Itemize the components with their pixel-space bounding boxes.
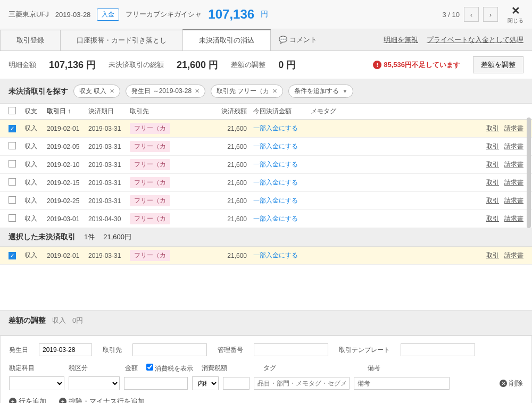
private-link[interactable]: プライベートな入金として処理 (427, 35, 523, 45)
filter-chip-vendor[interactable]: 取引先 フリー（カ✕ (211, 85, 283, 98)
table-row[interactable]: 収入2019-03-012019-04-30フリー（カ21,600一部入金にする… (0, 210, 532, 228)
row-due: 2019-03-31 (88, 197, 130, 205)
delete-icon: ✕ (500, 380, 507, 387)
partial-link[interactable]: 一部入金にする (253, 197, 298, 204)
row-type: 収入 (24, 142, 47, 151)
row-date: 2019-02-01 (47, 125, 88, 132)
note-input[interactable] (354, 377, 450, 390)
chip-close-icon[interactable]: ✕ (195, 88, 200, 95)
invoice-link[interactable]: 請求書 (504, 178, 523, 187)
vendor-chip: フリー（カ (130, 177, 170, 188)
partial-link[interactable]: 一部入金にする (253, 142, 298, 150)
table-row[interactable]: 収入2019-02-052019-03-31フリー（カ21,600一部入金にする… (0, 138, 532, 156)
row-checkbox[interactable] (9, 178, 16, 186)
row-type: 収入 (24, 160, 47, 169)
txn-link[interactable]: 取引 (486, 178, 499, 187)
invoice-link[interactable]: 請求書 (504, 251, 523, 260)
next-button[interactable]: › (483, 7, 498, 22)
vendor-input[interactable] (132, 343, 207, 356)
filter-chip-date[interactable]: 発生日 ～2019-03-28✕ (126, 85, 205, 98)
adjust-form: 発生日 取引先 管理番号 取引テンプレート 勘定科目 税区分 金額 消費税を表示… (0, 335, 532, 403)
txn-link[interactable]: 取引 (486, 214, 499, 223)
col-balance: 決済残額 (204, 107, 247, 116)
close-icon: ✕ (511, 4, 520, 17)
comment-link[interactable]: 💬 コメント (270, 35, 326, 45)
account-select[interactable] (9, 376, 64, 390)
mgmt-input[interactable] (254, 343, 328, 356)
row-due: 2019-04-30 (88, 215, 130, 223)
invoice-link[interactable]: 請求書 (504, 124, 523, 133)
table-header: 収支 取引日 ↑ 決済期日 取引先 決済残額 今回決済金額 メモタグ (0, 104, 532, 120)
yen-label: 円 (261, 10, 268, 19)
adjust-section: 差額の調整 収入 0円 (0, 310, 532, 335)
row-due: 2019-03-31 (88, 252, 130, 259)
table-row[interactable]: 収入2019-02-152019-03-31フリー（カ21,600一部入金にする… (0, 174, 532, 192)
row-checkbox[interactable] (9, 142, 16, 149)
add-row-button[interactable]: +行を追加 (9, 397, 46, 403)
table-row[interactable]: ✓収入2019-02-012019-03-31フリー（カ21,600一部入金にす… (0, 120, 532, 138)
tax-type-select[interactable] (69, 376, 120, 390)
col-type: 収支 (24, 107, 47, 116)
txn-link[interactable]: 取引 (486, 160, 499, 169)
tabs-bar: 取引登録 口座振替・カード引き落とし 未決済取引の消込 💬 コメント 明細を無視… (0, 29, 532, 51)
select-all-checkbox[interactable] (9, 107, 16, 114)
partial-link[interactable]: 一部入金にする (253, 124, 298, 132)
chip-close-icon[interactable]: ✕ (110, 88, 114, 95)
filter-chip-type[interactable]: 収支 収入✕ (73, 85, 120, 98)
col-date[interactable]: 取引日 ↑ (47, 107, 88, 116)
table-row[interactable]: 収入2019-02-102019-03-31フリー（カ21,600一部入金にする… (0, 156, 532, 174)
tax-option-select[interactable]: 内税 (192, 376, 219, 390)
txn-link[interactable]: 取引 (486, 124, 499, 133)
note-label: 備考 (368, 364, 380, 373)
table-row[interactable]: 収入2019-02-252019-03-31フリー（カ21,600一部入金にする… (0, 192, 532, 210)
tab-unsettled[interactable]: 未決済取引の消込 (182, 29, 271, 51)
row-checkbox[interactable]: ✓ (9, 125, 16, 132)
adjust-button[interactable]: 差額を調整 (473, 56, 523, 73)
selected-header: 選択した未決済取引 1件 21,600円 (0, 228, 532, 247)
tab-register[interactable]: 取引登録 (0, 30, 61, 51)
row-checkbox[interactable]: ✓ (9, 252, 16, 259)
tax-amount-input[interactable] (223, 377, 250, 390)
prev-button[interactable]: ‹ (464, 7, 479, 22)
txn-link[interactable]: 取引 (486, 196, 499, 205)
delete-row-button[interactable]: ✕ 削除 (500, 379, 523, 388)
comment-icon: 💬 (279, 36, 289, 44)
partial-link[interactable]: 一部入金にする (253, 179, 298, 186)
row-checkbox[interactable] (9, 214, 16, 222)
occur-date-input[interactable] (39, 343, 92, 356)
adjust-type: 収入 (52, 316, 66, 325)
scrollbar[interactable] (527, 117, 531, 228)
col-memo: メモタグ (311, 107, 523, 116)
txn-link[interactable]: 取引 (486, 251, 499, 260)
invoice-link[interactable]: 請求書 (504, 160, 523, 169)
template-input[interactable] (401, 343, 475, 356)
col-settle: 今回決済金額 (247, 107, 311, 116)
ignore-link[interactable]: 明細を無視 (384, 35, 418, 45)
amount-input[interactable] (124, 377, 188, 390)
tab-transfer[interactable]: 口座振替・カード引き落とし (60, 30, 183, 51)
chip-close-icon[interactable]: ✕ (272, 88, 277, 95)
row-checkbox[interactable] (9, 160, 16, 167)
invoice-link[interactable]: 請求書 (504, 142, 523, 151)
tag-input[interactable] (254, 377, 350, 390)
add-deduction-button[interactable]: +控除・マイナス行を追加 (59, 397, 145, 403)
unsettled-table: 収支 取引日 ↑ 決済期日 取引先 決済残額 今回決済金額 メモタグ ✓収入20… (0, 104, 532, 228)
partial-link[interactable]: 一部入金にする (253, 161, 298, 168)
row-checkbox[interactable] (9, 196, 16, 204)
invoice-link[interactable]: 請求書 (504, 214, 523, 223)
partial-link[interactable]: 一部入金にする (253, 251, 298, 259)
txn-link[interactable]: 取引 (486, 142, 499, 151)
close-label: 閉じる (508, 17, 523, 24)
show-tax-label[interactable]: 消費税を表示 (146, 365, 193, 372)
plus-icon: + (9, 398, 16, 403)
plus-icon: + (59, 398, 66, 403)
row-balance: 21,600 (204, 179, 247, 187)
show-tax-checkbox[interactable] (146, 364, 153, 371)
unsettled-label: 未決済取引の総額 (109, 60, 164, 70)
deposit-badge: 入金 (97, 9, 119, 21)
invoice-link[interactable]: 請求書 (504, 196, 523, 205)
partial-link[interactable]: 一部入金にする (253, 215, 298, 222)
add-filter-chip[interactable]: 条件を追加する▼ (288, 85, 353, 98)
close-button[interactable]: ✕ 閉じる (508, 4, 523, 24)
tag-label: タグ (263, 364, 368, 373)
